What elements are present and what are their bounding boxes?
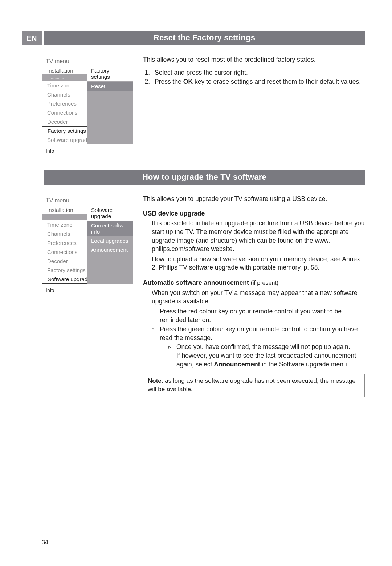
menu-item: Preferences [42, 238, 87, 247]
usb-heading: USB device upgrade [143, 209, 365, 218]
menu-title: TV menu [42, 195, 133, 205]
section-upgrade: TV menu Installation .............. Time… [22, 195, 365, 397]
step-2: Press the OK key to erase settings and r… [152, 78, 365, 86]
menu-footer: Info [42, 144, 133, 157]
tv-menu-figure-2: TV menu Installation .............. Time… [42, 195, 133, 296]
menu-item: Decoder [42, 117, 87, 126]
step-1: Select and press the cursor right. [152, 69, 365, 77]
menu-dots: .............. [42, 214, 87, 220]
menu-item: Decoder [42, 257, 87, 266]
heading-row-1: EN Reset the Factory settings [22, 31, 365, 45]
note-box: Note: as long as the software upgrade ha… [143, 374, 365, 397]
usb-p2: How to upload a new software version on … [152, 255, 365, 272]
bullet-green: Press the green colour key on your remot… [152, 325, 365, 369]
menu-right-item: Reset [87, 82, 133, 91]
menu-right-item: Local upgrades [87, 236, 133, 245]
menu-item-selected: Factory settings [42, 126, 87, 135]
menu-subhead: Installation [42, 66, 87, 74]
menu-item: Preferences [42, 99, 87, 108]
menu-footer: Info [42, 284, 133, 296]
menu-item: Connections [42, 108, 87, 117]
intro-text-2: This allows you to upgrade your TV softw… [143, 195, 365, 204]
auto-intro: When you switch on your TV a message may… [152, 289, 365, 306]
section-reset: TV menu Installation .............. Time… [22, 56, 365, 157]
section-title-2: How to upgrade the TV software [44, 170, 365, 185]
menu-item: Factory settings [42, 266, 87, 275]
menu-right-item: Current softw. info [87, 221, 133, 236]
menu-item: Channels [42, 90, 87, 99]
bullet-red: Press the red colour key on your remote … [152, 307, 365, 324]
menu-subhead: Installation [42, 205, 87, 214]
steps-list: Select and press the cursor right. Press… [143, 69, 365, 86]
menu-item: Channels [42, 229, 87, 238]
auto-heading: Automatic software announcement (if pres… [143, 279, 365, 287]
tv-menu-figure-1: TV menu Installation .............. Time… [42, 56, 133, 157]
menu-right-head: Factory settings [87, 66, 133, 82]
menu-item: Time zone [42, 81, 87, 90]
menu-right-head: Software upgrade [87, 205, 133, 221]
menu-right-item: Announcement [87, 245, 133, 254]
menu-item: Time zone [42, 220, 87, 229]
menu-dots: .............. [42, 74, 87, 81]
section-title-1: Reset the Factory settings [44, 31, 365, 45]
heading-row-2: How to upgrade the TV software [22, 170, 365, 185]
menu-item: Connections [42, 247, 87, 257]
intro-text: This allows you to reset most of the pre… [143, 56, 365, 64]
menu-title: TV menu [42, 56, 133, 66]
menu-item: Software upgrade [42, 135, 87, 144]
menu-item-selected: Software upgrade [42, 275, 87, 284]
usb-p1: It is possible to initiate an upgrade pr… [152, 219, 365, 254]
language-tab: EN [22, 31, 42, 45]
tri-bullet: Once you have confirmed, the message wil… [168, 343, 365, 369]
page-number: 34 [42, 539, 48, 546]
bullet-list: Press the red colour key on your remote … [143, 307, 365, 369]
